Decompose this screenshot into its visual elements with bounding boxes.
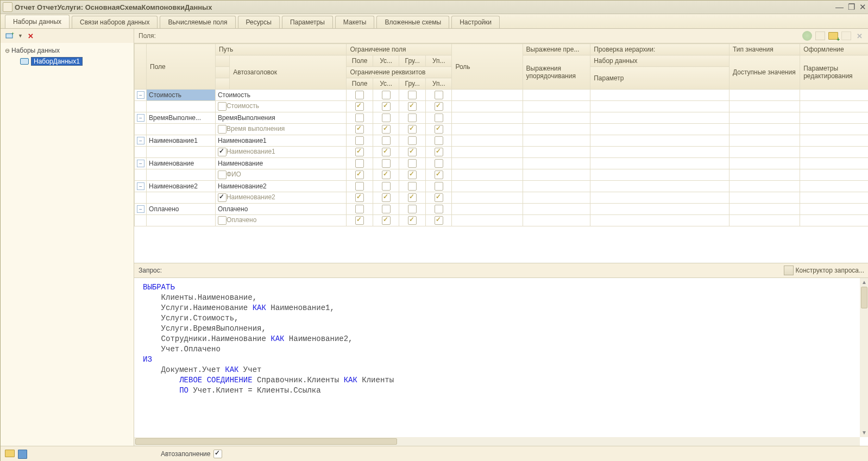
col-path[interactable]: Путь: [215, 44, 347, 55]
chk-field[interactable]: [355, 136, 364, 145]
chk-ord-r[interactable]: [435, 102, 443, 111]
col-avail-val[interactable]: Доступные значения: [729, 55, 800, 90]
cell-field[interactable]: Наименование2: [147, 181, 216, 192]
chk-grp-r[interactable]: [408, 148, 417, 156]
chk-grp[interactable]: [408, 113, 417, 122]
minimize-button[interactable]: —: [835, 2, 844, 12]
tab-7[interactable]: Настройки: [451, 16, 500, 28]
tab-6[interactable]: Вложенные схемы: [376, 16, 449, 28]
col-design[interactable]: Оформление: [800, 44, 868, 55]
chk-grp[interactable]: [408, 182, 417, 191]
col-role[interactable]: Роль: [452, 44, 523, 90]
query-text[interactable]: ВЫБРАТЬ Клиенты.Наименование, Услуги.Наи…: [143, 282, 858, 437]
autofill-checkbox[interactable]: [213, 450, 222, 458]
chk-field[interactable]: [355, 205, 364, 213]
table-subrow[interactable]: Оплачено: [135, 215, 869, 226]
chk-ord[interactable]: [435, 159, 443, 168]
constructor-button[interactable]: Конструктор запроса...: [796, 267, 864, 274]
chk-field-r[interactable]: [355, 102, 364, 111]
dropdown-arrow-icon[interactable]: ▼: [18, 33, 23, 39]
restore-button[interactable]: ❐: [848, 2, 855, 12]
col-sub-ord2[interactable]: Уп...: [425, 78, 452, 90]
col-sub-grp[interactable]: Гру...: [399, 55, 426, 67]
collapse-row-icon[interactable]: −: [137, 182, 144, 190]
col-sub-grp2[interactable]: Гру...: [399, 78, 426, 90]
scroll-thumb-h[interactable]: [135, 438, 397, 445]
chk-cond[interactable]: [382, 91, 391, 99]
autotitle-checkbox[interactable]: [218, 102, 227, 111]
cell-path[interactable]: Оплачено: [215, 204, 347, 215]
chk-ord-r[interactable]: [435, 216, 443, 225]
chk-cond[interactable]: [382, 136, 391, 145]
tab-5[interactable]: Макеты: [335, 16, 375, 28]
chk-ord-r[interactable]: [435, 148, 443, 156]
col-expr-order[interactable]: Выражения упорядочивания: [523, 55, 590, 90]
chk-cond-r[interactable]: [382, 148, 391, 156]
collapse-icon[interactable]: ⊖: [4, 47, 10, 54]
chk-field[interactable]: [355, 182, 364, 191]
chk-cond-r[interactable]: [382, 102, 391, 111]
col-param[interactable]: Параметр: [590, 67, 729, 90]
table-subrow[interactable]: Стоимость: [135, 101, 869, 112]
chk-grp[interactable]: [408, 91, 417, 99]
collapse-row-icon[interactable]: −: [137, 137, 144, 144]
cell-field[interactable]: Наименование1: [147, 135, 216, 147]
open-icon[interactable]: [5, 450, 15, 457]
table-row[interactable]: −ОплаченоОплачено: [135, 204, 869, 215]
table-row[interactable]: −НаименованиеНаименование: [135, 158, 869, 169]
chk-cond-r[interactable]: [382, 125, 391, 134]
col-sub-field[interactable]: Поле: [347, 55, 373, 67]
chk-field[interactable]: [355, 113, 364, 122]
delete-field-icon[interactable]: ✕: [854, 31, 864, 41]
collapse-row-icon[interactable]: −: [137, 91, 144, 99]
chk-grp-r[interactable]: [408, 193, 417, 202]
chk-grp-r[interactable]: [408, 216, 417, 225]
chk-grp-r[interactable]: [408, 125, 417, 134]
chk-field-r[interactable]: [355, 193, 364, 202]
chk-ord[interactable]: [435, 91, 443, 99]
chk-ord[interactable]: [435, 136, 443, 145]
chk-grp-r[interactable]: [408, 102, 417, 111]
table-row[interactable]: −Наименование1Наименование1: [135, 135, 869, 147]
chk-ord-r[interactable]: [435, 170, 443, 179]
chk-field-r[interactable]: [355, 216, 364, 225]
col-auto-title[interactable]: Автозаголовок: [230, 55, 347, 90]
collapse-row-icon[interactable]: −: [137, 160, 144, 167]
vertical-scrollbar[interactable]: ▲ ▼: [860, 278, 868, 437]
cell-path[interactable]: Наименование2: [215, 181, 347, 192]
col-sub-ord[interactable]: Уп...: [425, 55, 452, 67]
tab-0[interactable]: Наборы данных: [5, 15, 70, 28]
chk-cond[interactable]: [382, 182, 391, 191]
autotitle-checkbox[interactable]: [218, 193, 227, 202]
col-sub-cond[interactable]: Ус...: [373, 55, 399, 67]
scroll-down-icon[interactable]: ▼: [860, 428, 868, 437]
chk-ord[interactable]: [435, 205, 443, 213]
chk-grp-r[interactable]: [408, 170, 417, 179]
autofill-control[interactable]: Автозаполнение: [161, 450, 222, 458]
close-button[interactable]: ✕: [859, 2, 866, 12]
tab-2[interactable]: Вычисляемые поля: [160, 16, 235, 28]
chk-field-r[interactable]: [355, 170, 364, 179]
col-expr-pres[interactable]: Выражение пре...: [523, 44, 590, 55]
chk-cond[interactable]: [382, 205, 391, 213]
chk-field-r[interactable]: [355, 125, 364, 134]
table-row[interactable]: −СтоимостьСтоимость: [135, 90, 869, 101]
action-icon-2[interactable]: [815, 31, 825, 40]
cell-path[interactable]: Наименование: [215, 158, 347, 169]
table-subrow[interactable]: Наименование1: [135, 147, 869, 158]
chk-grp[interactable]: [408, 159, 417, 168]
cell-field[interactable]: Наименование: [147, 158, 216, 169]
cell-field[interactable]: ВремяВыполне...: [147, 112, 216, 124]
table-row[interactable]: −ВремяВыполне...ВремяВыполнения: [135, 112, 869, 124]
collapse-row-icon[interactable]: −: [137, 205, 144, 213]
save-icon[interactable]: [18, 450, 27, 459]
chk-ord[interactable]: [435, 113, 443, 122]
chk-field[interactable]: [355, 91, 364, 99]
chk-field-r[interactable]: [355, 148, 364, 156]
autotitle-checkbox[interactable]: [218, 125, 227, 134]
col-field[interactable]: Поле: [147, 44, 216, 90]
action-icon-1[interactable]: [802, 31, 812, 41]
horizontal-scrollbar[interactable]: [134, 437, 860, 446]
autotitle-checkbox[interactable]: [218, 148, 227, 156]
tab-1[interactable]: Связи наборов данных: [72, 16, 158, 28]
